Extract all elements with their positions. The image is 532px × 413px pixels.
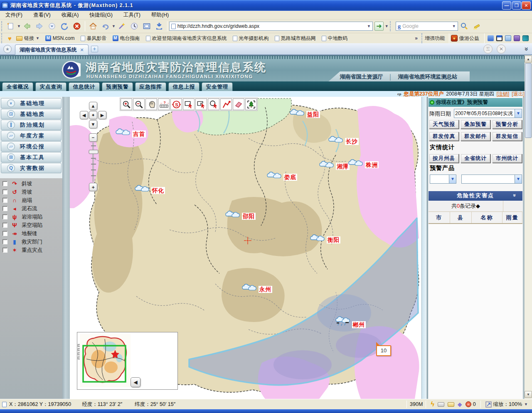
links-folder[interactable]: 链接 ▼ xyxy=(13,35,42,42)
address-bar[interactable]: http://dzzh.hndh.gov.cn/gridweb.aspx ▼ xyxy=(169,22,373,31)
link-item-3[interactable]: 欢迎登陆湖南省地质灾害信息系统 xyxy=(143,35,230,42)
product-select-large[interactable]: ▼ xyxy=(461,175,522,184)
city-marker-长沙[interactable]: 长沙 xyxy=(328,135,359,145)
pan-right-button[interactable]: ▶ xyxy=(98,111,106,119)
nav-tab-2[interactable]: 信息统计 xyxy=(69,82,100,91)
undo-icon[interactable] xyxy=(100,21,111,32)
city-marker-邵阳[interactable]: 邵阳 xyxy=(225,210,256,220)
search-box[interactable]: g Google ▼ xyxy=(396,22,458,31)
menu-item-1[interactable]: 查看(V) xyxy=(28,12,56,19)
link-land-resources[interactable]: 湖南省国土资源厅 xyxy=(340,73,383,81)
scale-tool-button[interactable]: S xyxy=(170,98,182,110)
download-icon[interactable] xyxy=(154,21,165,32)
nav-tab-0[interactable]: 全省概况 xyxy=(2,82,33,91)
notes-icon[interactable] xyxy=(505,35,511,41)
go-dropdown-icon[interactable]: ▼ xyxy=(385,24,389,28)
layer-checkbox[interactable] xyxy=(2,231,7,236)
layer-checkbox[interactable] xyxy=(2,223,7,228)
menu-item-5[interactable]: 帮助(H) xyxy=(146,12,174,19)
search-placeholder[interactable]: Google xyxy=(402,23,451,29)
stats-button-2[interactable]: 市州统计 xyxy=(492,154,522,163)
zoom-slider[interactable] xyxy=(88,143,99,182)
send-button-1[interactable]: 群发邮件 xyxy=(461,132,490,141)
layer-checkbox[interactable] xyxy=(2,214,7,219)
menu-item-2[interactable]: 收藏(A) xyxy=(56,12,84,19)
overview-mini-map[interactable] xyxy=(80,334,131,387)
menu-item-4[interactable]: 工具(T) xyxy=(118,12,146,19)
scroll-down-button[interactable]: ▼ xyxy=(525,391,532,398)
measure-tool-button[interactable]: ←?→ xyxy=(158,98,170,110)
product-select-large-dropdown-icon[interactable]: ▼ xyxy=(515,175,522,183)
link-item-2[interactable]: M电台指南 xyxy=(110,35,143,42)
refresh-icon[interactable] xyxy=(59,21,70,32)
charity-link[interactable]: 傲游公益 xyxy=(459,35,479,42)
nav-tab-1[interactable]: 灾点查询 xyxy=(35,82,66,91)
product-select-small-dropdown-icon[interactable]: ▼ xyxy=(449,175,456,183)
undo-dropdown-icon[interactable]: ▼ xyxy=(112,24,116,28)
popup-blocker-icon[interactable] xyxy=(448,402,454,407)
city-marker-吉首[interactable]: 吉首 xyxy=(116,128,146,138)
city-marker-株洲[interactable]: 株洲 xyxy=(348,158,379,168)
link-geo-env-station[interactable]: 湖南省地质环境监测总站 xyxy=(398,73,458,81)
layer-checkbox[interactable] xyxy=(2,198,7,203)
tab-list-star-icon[interactable]: ★ xyxy=(3,45,12,53)
layer-checkbox[interactable] xyxy=(2,239,7,244)
diamond-icon[interactable]: ◆ xyxy=(458,401,462,408)
warn-button-2[interactable]: 预警分析 xyxy=(492,120,522,129)
pan-down-button[interactable]: ▼ xyxy=(89,120,97,128)
send-button-0[interactable]: 群发传真 xyxy=(429,132,459,141)
zoom-in-tool-button[interactable] xyxy=(121,98,132,110)
sidebar-button-5[interactable]: ⊞基本工具 xyxy=(1,152,62,162)
overview-collapse-button[interactable]: ◀ xyxy=(131,377,140,387)
pan-up-button[interactable]: ▲ xyxy=(89,102,97,110)
city-marker-衡阳[interactable]: 衡阳 xyxy=(310,234,340,243)
history-icon[interactable] xyxy=(129,21,140,32)
content-blocker-icon[interactable]: − xyxy=(466,401,471,407)
maximize-button[interactable]: ❐ xyxy=(512,1,521,10)
danger-collapse-icon[interactable]: » xyxy=(510,194,520,198)
sidebar-button-2[interactable]: ∥防治规划 xyxy=(1,120,62,130)
new-page-dropdown-icon[interactable]: ▼ xyxy=(17,24,21,28)
zoom-out-slider-button[interactable]: − xyxy=(89,133,97,142)
address-dropdown-icon[interactable]: ▼ xyxy=(367,24,371,28)
map-vertical-scrollbar[interactable] xyxy=(421,97,426,399)
close-circle-button[interactable]: ✕ xyxy=(497,44,506,54)
nav-tab-4[interactable]: 应急指挥 xyxy=(135,82,166,91)
sidebar-button-0[interactable]: »基础地理 xyxy=(1,98,62,108)
zoom-dropdown-icon[interactable]: ▼ xyxy=(524,402,528,406)
url-text[interactable]: http://dzzh.hndh.gov.cn/gridweb.aspx xyxy=(177,23,365,29)
scroll-thumb[interactable] xyxy=(525,63,532,138)
printer-icon[interactable] xyxy=(438,402,444,407)
messenger-icon[interactable] xyxy=(488,35,494,41)
menu-item-0[interactable]: 文件(F) xyxy=(0,12,28,19)
warning-flag-marker[interactable]: 10 xyxy=(376,345,391,356)
search-go-icon[interactable] xyxy=(459,21,470,32)
go-button[interactable]: ➜ xyxy=(374,22,384,31)
link-item-4[interactable]: 光年摄影机构 xyxy=(230,35,272,42)
pan-tool-button[interactable] xyxy=(145,98,157,110)
window-icon[interactable] xyxy=(496,35,502,41)
zoom-out-tool-button[interactable] xyxy=(133,98,145,110)
danger-points-header[interactable]: 危险性灾害点 » xyxy=(429,191,522,201)
close-button[interactable]: ✕ xyxy=(522,1,531,10)
send-button-2[interactable]: 群发短信 xyxy=(492,132,522,141)
polygon-select-tool-button[interactable] xyxy=(195,98,207,110)
zoom-level[interactable]: 缩放：100% xyxy=(493,401,522,408)
zoom-in-slider-button[interactable]: ＋ xyxy=(89,183,97,191)
new-page-icon[interactable] xyxy=(5,21,16,32)
charity-shield-icon[interactable]: ♥ xyxy=(451,35,458,42)
zoom-slider-handle[interactable] xyxy=(89,150,98,154)
favorites-heart-icon[interactable]: ♥ xyxy=(8,35,12,42)
tab-close-icon[interactable]: ✕ xyxy=(80,47,84,53)
rect-select-tool-button[interactable] xyxy=(183,98,195,110)
links-overflow-button[interactable]: » xyxy=(415,35,418,41)
sidebar-button-6[interactable]: Q灾害数据 xyxy=(1,163,62,173)
layer-checkbox[interactable] xyxy=(2,206,7,211)
city-marker-怀化[interactable]: 怀化 xyxy=(135,184,165,194)
city-marker-娄底[interactable]: 娄底 xyxy=(267,171,297,181)
page-scrollbar[interactable]: ▲ ▼ xyxy=(525,55,532,399)
stop-icon[interactable] xyxy=(71,21,82,32)
warn-button-1[interactable]: 叠加预警 xyxy=(461,120,490,129)
logout-link[interactable]: [注销] xyxy=(497,91,510,98)
sidebar-button-4[interactable]: ▱环境公报 xyxy=(1,141,62,152)
